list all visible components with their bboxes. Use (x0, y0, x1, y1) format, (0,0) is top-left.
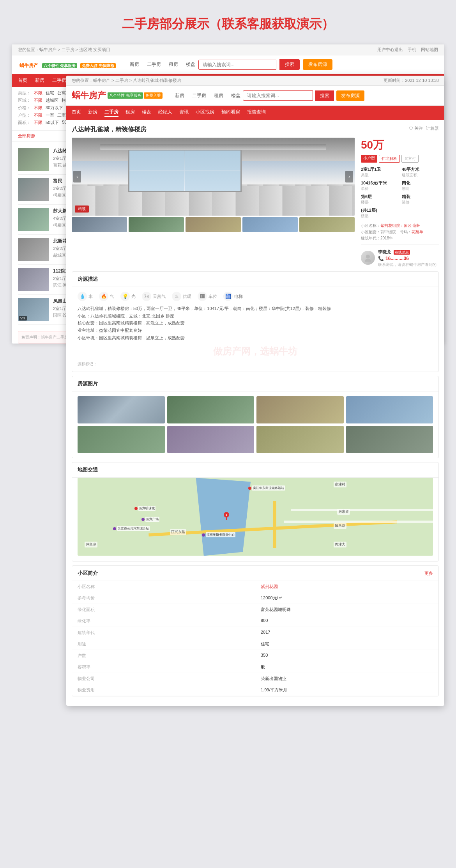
spec-decor: 精装 装修 (402, 194, 439, 205)
image-thumbnails (72, 217, 355, 232)
community-name-link[interactable]: 紫荆花组院：国区·润州 (380, 223, 421, 228)
parking-icon: 🅿 (198, 292, 207, 301)
detail-logo-area: 蜗牛房产 八个特性 先享服务 免费入驻 新房 二手房 租房 楼盘 搜索 发布房源 (66, 86, 444, 106)
detail-nav-report[interactable]: 报告查询 (247, 109, 266, 117)
filter-type-apt[interactable]: 公寓 (57, 90, 66, 96)
list-tab-secondhand[interactable]: 二手房 (147, 61, 161, 68)
photo-8[interactable] (346, 426, 433, 453)
detail-search-button[interactable]: 搜索 (315, 90, 334, 101)
list-post-button[interactable]: 发布房源 (303, 59, 332, 70)
page-title-area: 二手房部分展示（联系客服获取演示） (0, 0, 456, 44)
icon-parking: 🅿 车位 (198, 292, 217, 301)
detail-nav-news[interactable]: 资讯 (179, 109, 189, 117)
list-tab-rent[interactable]: 租房 (169, 61, 178, 68)
agent-phone[interactable]: 📞 16..........36 (378, 256, 439, 261)
detail-nav-appointment[interactable]: 预约看房 (221, 109, 240, 117)
sitemap-link[interactable]: 网站地图 (421, 47, 438, 53)
property-content: 精装 ‹ › (72, 138, 439, 267)
photo-3[interactable] (256, 396, 344, 423)
detail-nav-agent[interactable]: 经纪人 (158, 109, 172, 117)
detail-nav-home[interactable]: 首页 (72, 109, 81, 117)
detail-nav-community-find[interactable]: 小区找房 (196, 109, 214, 117)
list-tab-newhouse[interactable]: 新房 (130, 61, 139, 68)
next-image-arrow[interactable]: › (345, 171, 353, 182)
photo-1[interactable] (78, 396, 165, 423)
spec-type: 2室1厅1卫 类型 (361, 167, 398, 178)
filter-rooms-all[interactable]: 不限 (34, 112, 42, 118)
list-logo-badge1: 八个特性 先享服务 (42, 63, 78, 68)
detail-top-nav: 您的位置：蜗牛房产 > 二手房 > 八达岭孔雀城·精装修楼房 更新时间：2021… (66, 76, 444, 86)
detail-logo[interactable]: 蜗牛房产 八个特性 先享服务 免费入驻 (72, 90, 163, 101)
detail-nav-secondhand[interactable]: 二手房 (104, 109, 118, 117)
thumb-3[interactable] (186, 217, 241, 232)
all-houses-label[interactable]: 全部房源 (18, 133, 35, 139)
spec-floor-value: 第6层 (361, 194, 398, 200)
filter-area-yuecheng[interactable]: 越城区 (46, 97, 58, 103)
price-value: 50万 (361, 139, 384, 151)
photo-5[interactable] (78, 426, 165, 453)
list-nav-home[interactable]: 首页 (18, 77, 27, 84)
main-map-pin[interactable]: 1 (223, 512, 230, 520)
thumb-1[interactable] (72, 217, 127, 232)
thumb-5[interactable] (299, 217, 355, 232)
tag-xiaohuxing[interactable]: 小户型 (361, 155, 377, 163)
detail-nav-rent[interactable]: 租房 (125, 109, 135, 117)
tag-maifangfu[interactable]: 买方付 (401, 155, 419, 163)
detail-nav-project[interactable]: 楼盘 (142, 109, 151, 117)
detail-tab-rent[interactable]: 租房 (214, 92, 223, 99)
detail-tab-newhouse[interactable]: 新房 (175, 92, 184, 99)
photo-2[interactable] (167, 396, 255, 423)
poi-dot-3 (113, 527, 116, 530)
gas-label: 气 (110, 294, 114, 299)
thumb-2[interactable] (129, 217, 184, 232)
photo-7[interactable] (256, 426, 344, 453)
tag-zhuzhaijiexi[interactable]: 住宅解析 (379, 155, 400, 163)
list-nav-newhouse[interactable]: 新房 (35, 77, 44, 84)
naturalgas-icon: 🌬 (142, 292, 151, 301)
filter-size-all[interactable]: 不限 (34, 120, 42, 126)
detail-nav-newhouse[interactable]: 新房 (88, 109, 97, 117)
list-tab-community[interactable]: 楼盘 (186, 61, 195, 68)
list-nav-secondhand[interactable]: 二手房 (52, 77, 66, 84)
thumb-4[interactable] (242, 217, 298, 232)
map-container[interactable]: 江兴东路 镇马路 房东道 张埭村 周津大 仲鱼乡 新湖明珠城 新湖广场 (78, 478, 433, 556)
filter-price-30[interactable]: 30万以下 (46, 105, 63, 111)
photo-4[interactable] (346, 396, 433, 423)
icon-water: 💧 水 (78, 292, 93, 301)
filter-area-all[interactable]: 不限 (34, 97, 42, 103)
filter-rooms-1[interactable]: 一室 (46, 112, 54, 118)
filter-price-all[interactable]: 不限 (34, 105, 42, 111)
calculator-button[interactable]: 计算器 (426, 126, 439, 131)
detail-search-input[interactable] (243, 90, 313, 101)
filter-size-50[interactable]: 50以下 (46, 120, 59, 126)
filter-type-all[interactable]: 不限 (34, 90, 42, 96)
svg-point-1 (365, 259, 371, 262)
community-row-1: 小区名称 紫荆花园 参考均价 12000元/㎡ (72, 581, 438, 604)
mobile-link[interactable]: 手机 (408, 47, 416, 53)
filter-rooms-2[interactable]: 二室 (57, 112, 66, 118)
ceiling-panel (100, 144, 327, 150)
filter-type-house[interactable]: 住宅 (46, 90, 54, 96)
list-logo[interactable]: 蜗牛房产 八个特性 先享服务 免费入驻 先保障额 (18, 60, 116, 69)
prop-thumb-2 (18, 178, 49, 201)
agent-name: 李晓龙 (378, 250, 391, 254)
detail-tab-community[interactable]: 楼盘 (231, 92, 240, 99)
list-breadcrumb: 您的位置：蜗牛房产 > 二手房 > 选区域 实买项目 (18, 47, 110, 53)
property-detail-main: 八达岭孔雀城，精装修楼房 ♡ 关注 计算器 (66, 120, 444, 706)
photo-6[interactable] (167, 426, 255, 453)
list-search-button[interactable]: 搜索 (279, 59, 300, 70)
comm-label-builtyear: 建筑年代 (72, 627, 255, 638)
community-district-link[interactable]: 花苑单 (412, 230, 423, 234)
favorite-button[interactable]: ♡ 关注 (409, 126, 423, 131)
detail-tab-secondhand[interactable]: 二手房 (192, 92, 206, 99)
user-center-link[interactable]: 用户中心退出 (377, 47, 403, 53)
community-more-link[interactable]: 更多 (424, 570, 433, 576)
parking-label: 车位 (209, 294, 217, 299)
list-search-input[interactable] (198, 60, 276, 70)
community-district-row: 小区配套：育甲组院 号码：花苑单 (361, 229, 439, 235)
list-top-right: 用户中心退出 手机 网站地图 (377, 47, 438, 53)
prev-image-arrow[interactable]: ‹ (73, 171, 81, 182)
spec-area: 48平方米 建筑面积 (402, 167, 439, 178)
detail-logo-badge1: 八个特性 先享服务 (108, 92, 143, 99)
detail-post-button[interactable]: 发布房源 (336, 90, 364, 101)
